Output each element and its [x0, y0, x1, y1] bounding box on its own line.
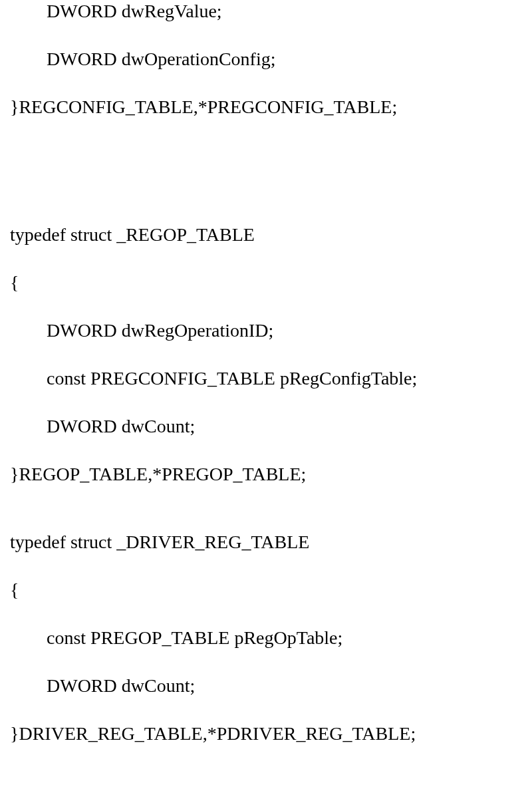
- code-line: }DRIVER_REG_TABLE,*PDRIVER_REG_TABLE;: [10, 724, 532, 743]
- code-line: const PREGOP_TABLE pRegOpTable;: [10, 629, 532, 647]
- code-line: {: [10, 273, 532, 292]
- code-line: DWORD dwRegValue;: [10, 2, 532, 21]
- code-line: DWORD dwRegOperationID;: [10, 321, 532, 340]
- blank-spacer: [10, 146, 532, 226]
- code-line: DWORD dwCount;: [10, 417, 532, 436]
- code-line: }REGCONFIG_TABLE,*PREGCONFIG_TABLE;: [10, 98, 532, 116]
- code-line: typedef struct _REGOP_TABLE: [10, 226, 532, 244]
- code-line: DWORD dwOperationConfig;: [10, 50, 532, 69]
- code-line: typedef struct _DRIVER_REG_TABLE: [10, 533, 532, 552]
- blank-spacer: [10, 513, 532, 533]
- code-block: DWORD dwRegValue; DWORD dwOperationConfi…: [0, 0, 532, 743]
- code-line: const PREGCONFIG_TABLE pRegConfigTable;: [10, 369, 532, 388]
- code-line: DWORD dwCount;: [10, 677, 532, 695]
- code-line: {: [10, 581, 532, 599]
- code-line: }REGOP_TABLE,*PREGOP_TABLE;: [10, 465, 532, 484]
